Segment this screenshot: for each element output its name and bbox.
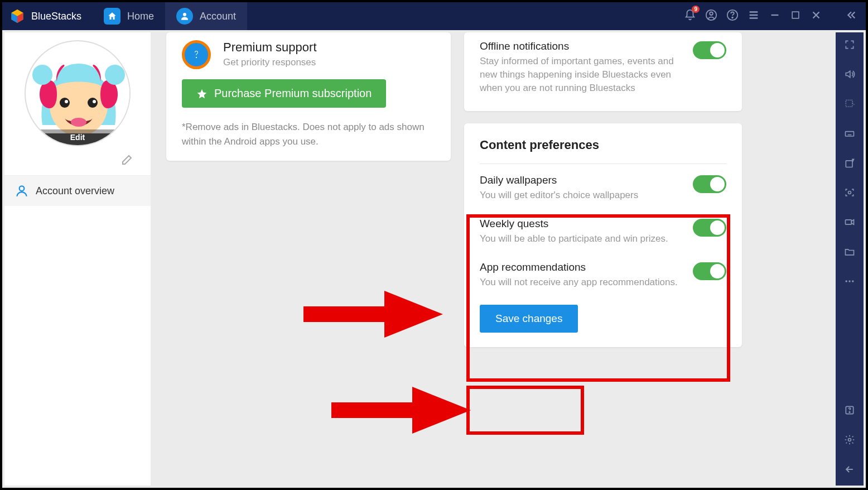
collapse-panel-icon[interactable] — [845, 9, 857, 24]
help-icon[interactable] — [726, 9, 739, 24]
premium-card: Premium support Get priority responses P… — [166, 32, 451, 161]
edit-pencil-icon[interactable] — [4, 146, 151, 175]
menu-icon[interactable] — [748, 9, 760, 24]
close-icon[interactable] — [810, 9, 822, 24]
svg-point-9 — [848, 191, 851, 194]
svg-point-23 — [93, 100, 96, 103]
svg-point-0 — [183, 13, 186, 16]
svg-point-20 — [60, 98, 70, 108]
more-icon[interactable] — [844, 276, 855, 290]
titlebar: BlueStacks Home Account 9 — [2, 2, 866, 30]
notification-badge: 9 — [692, 6, 700, 13]
purchase-button-label: Purchase Premium subscription — [214, 87, 372, 100]
divider — [480, 164, 726, 164]
nav-account-overview[interactable]: Account overview — [4, 175, 151, 206]
svg-point-4 — [732, 17, 733, 18]
install-apk-icon[interactable] — [844, 157, 855, 171]
tab-home-label: Home — [127, 11, 154, 22]
brand-name: BlueStacks — [31, 11, 81, 22]
back-icon[interactable] — [844, 464, 855, 478]
svg-point-2 — [710, 12, 713, 15]
save-changes-button[interactable]: Save changes — [480, 305, 578, 333]
screenshot-icon[interactable] — [844, 187, 855, 201]
svg-point-22 — [65, 100, 68, 103]
premium-footnote: *Remove ads in Bluestacks. Does not appl… — [182, 120, 435, 148]
daily-wallpapers-toggle[interactable] — [693, 175, 726, 193]
offline-title: Offline notifications — [480, 40, 684, 52]
content-prefs-title: Content preferences — [480, 138, 726, 152]
svg-point-28 — [20, 186, 25, 191]
svg-point-16 — [848, 439, 851, 441]
pref-title: Daily wallpapers — [480, 174, 684, 186]
svg-point-15 — [849, 412, 850, 413]
svg-point-11 — [846, 280, 847, 282]
pref-title: Weekly quests — [480, 218, 684, 230]
minimize-icon[interactable] — [769, 9, 781, 24]
svg-rect-8 — [846, 161, 852, 167]
feature-title: Premium support — [223, 40, 317, 55]
location-icon[interactable] — [844, 98, 855, 112]
svg-point-12 — [848, 280, 850, 282]
side-panel — [836, 32, 864, 486]
svg-rect-10 — [846, 220, 852, 224]
record-icon[interactable] — [844, 217, 855, 230]
avatar[interactable]: Edit — [25, 40, 131, 146]
tab-home[interactable]: Home — [93, 2, 165, 30]
content-prefs-card: Content preferences Daily wallpapers You… — [464, 123, 742, 347]
app-recommendations-toggle[interactable] — [693, 262, 726, 280]
fullscreen-icon[interactable] — [844, 39, 855, 53]
svg-rect-6 — [846, 100, 852, 107]
svg-point-26 — [32, 65, 52, 85]
bluestacks-logo-icon — [9, 8, 26, 25]
avatar-edit-label: Edit — [26, 129, 129, 145]
guide-icon[interactable] — [844, 405, 855, 419]
tab-account-label: Account — [200, 11, 236, 22]
maximize-icon[interactable] — [790, 9, 801, 23]
left-sidebar: Edit Account overview — [4, 32, 151, 486]
nav-label: Account overview — [36, 185, 114, 197]
pref-sub: You will not receive any app recommendat… — [480, 276, 684, 289]
profile-icon — [15, 184, 29, 198]
svg-point-21 — [88, 98, 98, 108]
keyboard-icon[interactable] — [844, 128, 855, 142]
weekly-quests-toggle[interactable] — [693, 219, 726, 237]
pref-title: App recommendations — [480, 261, 684, 273]
notifications-icon[interactable]: 9 — [684, 9, 696, 24]
svg-point-13 — [852, 280, 853, 282]
volume-icon[interactable] — [844, 69, 855, 83]
pref-sub: You will be able to participate and win … — [480, 232, 684, 246]
settings-icon[interactable] — [844, 434, 855, 448]
svg-rect-5 — [792, 12, 799, 18]
feature-sub: Get priority responses — [223, 57, 317, 68]
account-icon — [176, 8, 193, 25]
user-icon[interactable] — [705, 9, 717, 24]
save-button-label: Save changes — [495, 313, 562, 324]
folder-icon[interactable] — [844, 246, 855, 260]
tab-account[interactable]: Account — [165, 2, 247, 30]
offline-sub: Stay informed of important games, events… — [480, 55, 684, 94]
svg-rect-7 — [846, 132, 854, 136]
star-icon — [196, 88, 208, 99]
offline-card: Offline notifications Stay informed of i… — [464, 32, 742, 111]
purchase-premium-button[interactable]: Purchase Premium subscription — [182, 79, 386, 108]
svg-point-27 — [105, 65, 125, 85]
pref-sub: You will get editor's choice wallpapers — [480, 189, 684, 202]
home-icon — [104, 8, 120, 25]
offline-toggle[interactable] — [693, 41, 726, 59]
question-icon — [182, 40, 211, 69]
svg-point-24 — [71, 118, 86, 127]
